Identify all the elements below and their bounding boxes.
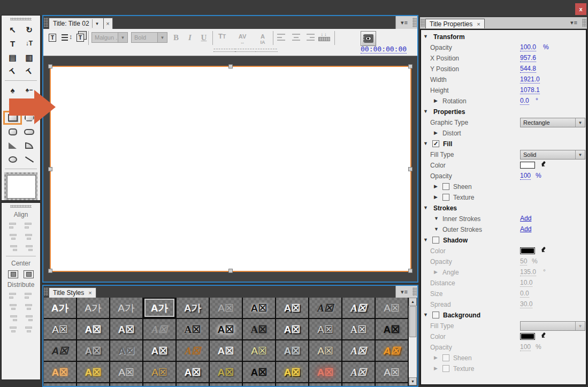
roll-crawl-options-button[interactable]: ↕ xyxy=(60,31,73,44)
align-vertical-bottom[interactable] xyxy=(21,244,36,252)
style-swatch-3[interactable]: A가 xyxy=(110,298,143,319)
style-swatch-1[interactable]: A가 xyxy=(44,298,77,319)
line-tool[interactable] xyxy=(21,154,37,165)
y-position-value[interactable]: 544.8 xyxy=(520,65,536,73)
align-horizontal-center[interactable] xyxy=(5,233,21,240)
width-value[interactable]: 1921.0 xyxy=(520,76,540,84)
distribute-vertical-center[interactable] xyxy=(21,303,36,310)
style-swatch-16[interactable]: A☒ xyxy=(177,319,210,340)
twirl-icon[interactable]: ▼ xyxy=(423,109,428,114)
align-center-button[interactable] xyxy=(292,34,300,41)
type-tool[interactable]: T xyxy=(4,37,21,49)
texture-checkbox[interactable] xyxy=(442,365,449,372)
center-vertical[interactable] xyxy=(21,270,36,278)
style-swatch-40[interactable]: A☒ xyxy=(243,362,276,383)
style-swatch-18[interactable]: A☒ xyxy=(243,319,276,340)
style-swatch-7[interactable]: A☒ xyxy=(243,298,276,319)
shadow-checkbox[interactable] xyxy=(432,237,439,244)
opacity-value[interactable]: 100 xyxy=(520,344,531,351)
twirl-icon[interactable]: ▶ xyxy=(434,184,438,189)
path-type-tool[interactable]: T xyxy=(4,65,21,77)
style-swatch-21[interactable]: A☒ xyxy=(342,319,376,340)
fill-checkbox[interactable]: ✓ xyxy=(432,140,439,147)
style-swatch-31[interactable]: A☒ xyxy=(309,340,342,362)
twirl-icon[interactable]: ▶ xyxy=(434,130,438,135)
window-close-button[interactable]: x xyxy=(575,3,586,15)
style-swatch-8[interactable]: A☒ xyxy=(276,298,309,319)
eyedropper-icon[interactable] xyxy=(539,332,547,340)
style-swatch-44[interactable]: A☒ xyxy=(376,362,409,383)
wedge-tool[interactable] xyxy=(4,140,21,151)
color-swatch[interactable] xyxy=(520,247,535,254)
chevron-down-icon[interactable]: ▼ xyxy=(118,33,127,42)
style-swatch-10[interactable]: A☒ xyxy=(342,298,376,319)
current-style-swatch[interactable] xyxy=(4,172,37,200)
selection-handle[interactable] xyxy=(48,269,52,273)
style-swatch-2[interactable]: A가 xyxy=(77,298,110,319)
selection-handle[interactable] xyxy=(228,269,233,273)
vertical-area-type-tool[interactable]: ▥ xyxy=(21,51,37,63)
selection-handle[interactable] xyxy=(408,64,413,69)
distribute-horizontal-right[interactable] xyxy=(5,314,21,322)
style-swatch-22[interactable]: A☒ xyxy=(376,319,409,340)
style-swatch-13[interactable]: A☒ xyxy=(77,319,110,340)
ellipse-tool[interactable] xyxy=(4,154,21,165)
panel-grip-icon[interactable] xyxy=(421,19,425,27)
rotation-tool[interactable]: ↻ xyxy=(21,24,37,35)
panel-grip-icon[interactable] xyxy=(10,205,32,208)
tab-close-icon[interactable]: × xyxy=(104,18,113,29)
panel-grip-icon[interactable] xyxy=(44,287,48,296)
vertical-type-tool[interactable]: ↓T xyxy=(21,37,37,49)
twirl-icon[interactable]: ▼ xyxy=(423,312,428,317)
align-horizontal-right[interactable] xyxy=(5,244,21,252)
size-value[interactable]: 0.0 xyxy=(520,290,529,298)
style-swatch-19[interactable]: A☒ xyxy=(276,319,309,340)
chevron-down-icon[interactable]: ▼ xyxy=(575,322,585,330)
area-type-tool[interactable]: ▤ xyxy=(4,51,21,63)
leading-control[interactable]: A IA xyxy=(255,32,271,45)
background-video-timecode[interactable]: 00:00:00:00 xyxy=(361,45,407,54)
distribute-horizontal-even[interactable] xyxy=(5,325,21,333)
twirl-icon[interactable]: ▼ xyxy=(423,205,428,210)
new-title-based-on-current-button[interactable]: T xyxy=(46,31,59,44)
graphic-type-dropdown[interactable]: Rectangle▼ xyxy=(520,118,585,127)
styles-scrollbar[interactable]: ▲ ▼ xyxy=(408,298,417,385)
style-swatch-42[interactable]: A☒ xyxy=(309,362,342,383)
font-size-control[interactable]: TT xyxy=(214,32,230,40)
selected-rectangle-object[interactable] xyxy=(50,66,411,272)
font-style-dropdown[interactable]: Bold ▼ xyxy=(131,32,167,43)
opacity-value[interactable]: 100 xyxy=(520,172,531,180)
selection-handle[interactable] xyxy=(48,167,52,171)
style-swatch-4-selected[interactable]: A가 xyxy=(143,298,177,319)
opacity-value[interactable]: 100.0 xyxy=(520,44,536,51)
title-drawing-area[interactable] xyxy=(43,56,417,282)
color-swatch[interactable] xyxy=(520,333,535,340)
style-swatch-43[interactable]: A☒ xyxy=(342,362,376,383)
style-swatch-28[interactable]: A☒ xyxy=(210,340,243,362)
twirl-icon[interactable]: ▶ xyxy=(434,194,438,200)
twirl-icon[interactable]: ▶ xyxy=(434,98,438,103)
rotation-value[interactable]: 0.0 xyxy=(520,97,529,105)
style-swatch-20[interactable]: A☒ xyxy=(309,319,342,340)
twirl-icon[interactable]: ▶ xyxy=(434,366,438,371)
selection-handle[interactable] xyxy=(408,167,413,171)
kerning-value-placeholder[interactable]: -------- xyxy=(235,45,255,52)
inner-strokes-add-link[interactable]: Add xyxy=(520,215,531,222)
style-swatch-15[interactable]: A☒ xyxy=(143,319,177,340)
tab-title-title02[interactable]: Title: Title 02 ▼ xyxy=(49,18,104,29)
twirl-icon[interactable]: ▶ xyxy=(434,355,438,360)
style-swatch-38[interactable]: A☒ xyxy=(177,362,210,383)
panel-grip-icon[interactable] xyxy=(582,19,586,27)
outer-strokes-add-link[interactable]: Add xyxy=(520,225,531,233)
distribute-horizontal-center[interactable] xyxy=(5,303,21,310)
eyedropper-icon[interactable] xyxy=(539,246,547,254)
style-swatch-32[interactable]: A☒ xyxy=(342,340,376,362)
sheen-checkbox[interactable] xyxy=(442,183,449,190)
tab-close-icon[interactable]: × xyxy=(88,290,91,296)
eyedropper-icon[interactable] xyxy=(539,161,547,169)
panel-grip-icon[interactable] xyxy=(10,18,32,20)
style-swatch-24[interactable]: A☒ xyxy=(77,340,110,362)
font-size-value-placeholder[interactable]: --------- xyxy=(213,45,236,52)
chevron-down-icon[interactable]: ▼ xyxy=(575,118,585,127)
twirl-icon[interactable]: ▼ xyxy=(423,34,428,39)
